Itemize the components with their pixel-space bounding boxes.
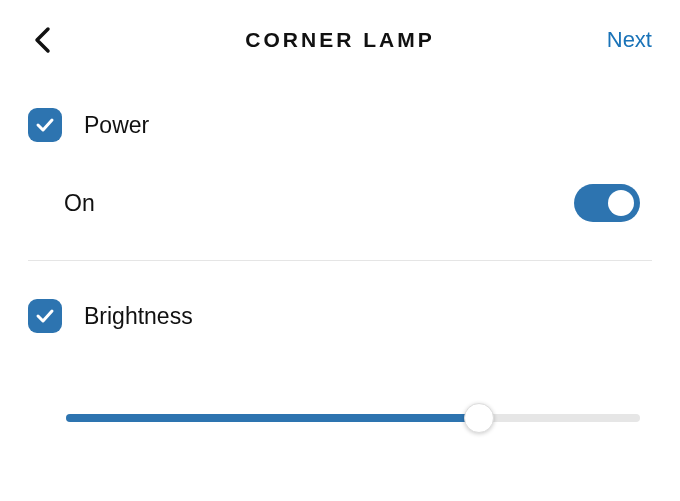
chevron-left-icon	[33, 26, 51, 54]
power-checkbox[interactable]	[28, 108, 62, 142]
check-icon	[35, 306, 55, 326]
power-state-label: On	[64, 190, 95, 217]
brightness-label: Brightness	[84, 303, 193, 330]
header: CORNER LAMP Next	[0, 0, 680, 74]
divider	[28, 260, 652, 261]
toggle-thumb	[608, 190, 634, 216]
check-icon	[35, 115, 55, 135]
brightness-row: Brightness	[28, 299, 652, 333]
power-toggle[interactable]	[574, 184, 640, 222]
next-button[interactable]: Next	[607, 27, 652, 53]
back-button[interactable]	[28, 26, 56, 54]
brightness-slider[interactable]	[66, 403, 640, 433]
power-toggle-row: On	[28, 184, 652, 260]
brightness-section: Brightness	[0, 299, 680, 433]
slider-fill	[66, 414, 479, 422]
page-title: CORNER LAMP	[245, 28, 434, 52]
power-label: Power	[84, 112, 149, 139]
power-row: Power	[28, 108, 652, 142]
slider-thumb	[464, 403, 494, 433]
brightness-checkbox[interactable]	[28, 299, 62, 333]
brightness-slider-row	[28, 375, 652, 433]
power-section: Power On	[0, 108, 680, 260]
